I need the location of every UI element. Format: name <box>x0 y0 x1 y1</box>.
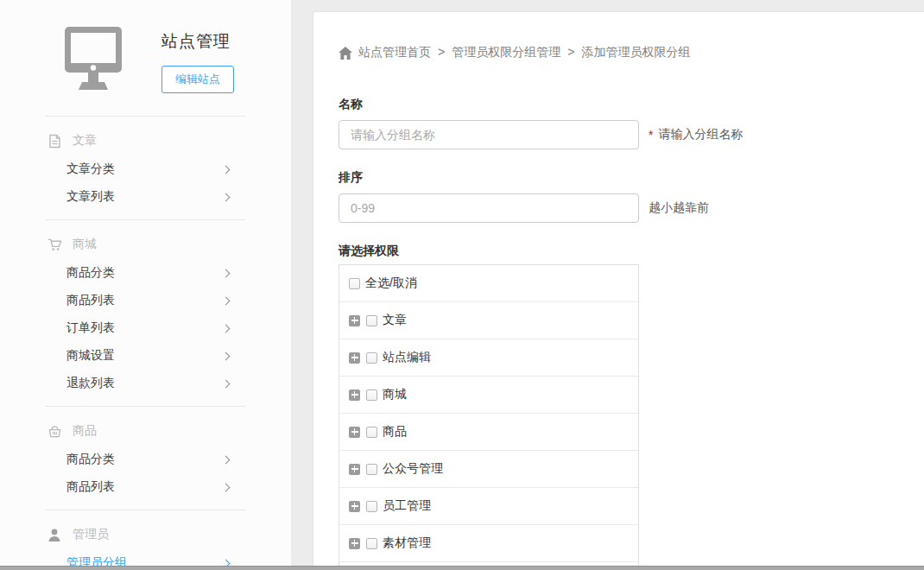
select-all-checkbox[interactable] <box>349 278 360 289</box>
sidebar-item-label: 文章列表 <box>66 189 115 205</box>
expand-plus-icon[interactable] <box>349 501 360 512</box>
permission-row: 文章 <box>339 302 638 339</box>
site-logo-area: 站点管理 编辑站点 <box>0 0 291 93</box>
required-asterisk: * <box>649 128 653 142</box>
sidebar-item[interactable]: 文章分类 <box>0 155 229 183</box>
group-name-input[interactable] <box>339 120 639 149</box>
sort-field-note: 越小越靠前 <box>649 200 709 216</box>
breadcrumb-separator: > <box>438 45 445 59</box>
chevron-right-icon <box>222 269 231 278</box>
sidebar: 站点管理 编辑站点 文章文章分类文章列表商城商品分类商品列表订单列表商城设置退款… <box>0 0 291 570</box>
permission-checkbox[interactable] <box>366 464 377 475</box>
sidebar-item-label: 商品分类 <box>66 452 115 467</box>
sidebar-item-label: 商品分类 <box>66 265 115 281</box>
breadcrumb-separator: > <box>567 45 574 59</box>
name-field: 名称 * 请输入分组名称 <box>339 97 924 149</box>
monitor-icon <box>54 26 125 91</box>
cart-icon <box>47 238 62 252</box>
sidebar-section-label: 商城 <box>73 237 97 252</box>
chevron-right-icon <box>222 166 231 174</box>
permission-label: 公众号管理 <box>383 461 443 477</box>
breadcrumb-link: 添加管理员权限分组 <box>581 45 690 59</box>
sidebar-sections: 文章文章分类文章列表商城商品分类商品列表订单列表商城设置退款列表商品商品分类商品… <box>0 116 291 570</box>
select-all-row: 全选/取消 <box>339 265 638 302</box>
permission-label: 员工管理 <box>383 498 431 514</box>
breadcrumb-link[interactable]: 站点管理首页 <box>358 45 431 59</box>
expand-plus-icon[interactable] <box>349 427 360 438</box>
sidebar-item-label: 商品列表 <box>66 479 115 495</box>
permission-rows: 文章站点编辑商城商品公众号管理员工管理素材管理小程序管理 <box>339 302 638 570</box>
sidebar-item[interactable]: 商品分类 <box>0 446 229 473</box>
permission-row: 商城 <box>339 377 638 414</box>
name-field-label: 名称 <box>339 97 924 112</box>
sidebar-section-label: 商品 <box>73 423 97 439</box>
chevron-right-icon <box>222 193 231 202</box>
sidebar-section-header: 文章 <box>0 117 291 150</box>
chevron-right-icon <box>222 484 231 492</box>
sidebar-item[interactable]: 商品列表 <box>0 287 229 314</box>
permission-checkbox[interactable] <box>366 352 377 364</box>
permission-row: 商品 <box>339 414 638 451</box>
expand-plus-icon[interactable] <box>349 352 360 364</box>
permission-label: 素材管理 <box>383 535 431 551</box>
expand-plus-icon[interactable] <box>349 538 360 549</box>
site-title: 站点管理 <box>161 30 234 53</box>
sidebar-item[interactable]: 文章列表 <box>0 183 229 211</box>
chevron-right-icon <box>222 456 231 465</box>
sidebar-item[interactable]: 订单列表 <box>0 314 229 342</box>
permission-checkbox[interactable] <box>366 538 377 549</box>
permission-row: 员工管理 <box>339 488 638 525</box>
permission-table: 全选/取消 文章站点编辑商城商品公众号管理员工管理素材管理小程序管理 <box>339 264 639 570</box>
sidebar-item-label: 文章分类 <box>66 162 115 177</box>
sidebar-item[interactable]: 商品列表 <box>0 473 229 501</box>
basket-icon <box>47 424 62 439</box>
home-icon <box>339 47 352 60</box>
sidebar-section-header: 商城 <box>0 220 291 254</box>
sort-field-label: 排序 <box>339 170 924 186</box>
permission-row: 素材管理 <box>339 525 638 562</box>
sidebar-section-header: 商品 <box>0 407 291 440</box>
breadcrumb: 站点管理首页>管理员权限分组管理>添加管理员权限分组 <box>339 45 924 60</box>
sidebar-item[interactable]: 商品分类 <box>0 259 229 287</box>
permission-checkbox[interactable] <box>366 315 377 326</box>
permission-checkbox[interactable] <box>366 427 377 438</box>
main-panel: 站点管理首页>管理员权限分组管理>添加管理员权限分组 名称 * 请输入分组名称 … <box>313 11 924 570</box>
permission-label: 商品 <box>383 424 407 440</box>
sidebar-item-label: 订单列表 <box>66 320 115 336</box>
permission-row: 站点编辑 <box>339 339 638 377</box>
horizontal-scrollbar[interactable] <box>0 566 924 570</box>
permission-label: 文章 <box>383 313 407 328</box>
permission-row: 公众号管理 <box>339 451 638 488</box>
expand-plus-icon[interactable] <box>349 315 360 326</box>
select-all-label: 全选/取消 <box>365 276 417 291</box>
breadcrumb-items: 站点管理首页>管理员权限分组管理>添加管理员权限分组 <box>358 45 690 60</box>
expand-plus-icon[interactable] <box>349 464 360 475</box>
permission-checkbox[interactable] <box>366 501 377 512</box>
sidebar-section-header: 管理员 <box>0 510 291 544</box>
chevron-right-icon <box>222 380 231 389</box>
permission-label: 站点编辑 <box>383 350 431 365</box>
sidebar-item[interactable]: 退款列表 <box>0 370 229 397</box>
sidebar-item-label: 退款列表 <box>66 376 115 391</box>
admin-icon <box>47 528 62 542</box>
sort-order-input[interactable] <box>339 193 639 223</box>
sidebar-section-label: 文章 <box>73 133 97 149</box>
chevron-right-icon <box>222 325 231 333</box>
chevron-right-icon <box>222 297 231 306</box>
name-field-note: 请输入分组名称 <box>658 127 743 142</box>
chevron-right-icon <box>222 352 231 361</box>
permission-checkbox[interactable] <box>366 390 377 401</box>
sidebar-section-label: 管理员 <box>73 527 109 542</box>
permission-label: 商城 <box>383 387 407 402</box>
expand-plus-icon[interactable] <box>349 390 360 401</box>
article-icon <box>47 134 62 149</box>
breadcrumb-link[interactable]: 管理员权限分组管理 <box>452 45 560 59</box>
sort-field: 排序 越小越靠前 <box>339 170 924 223</box>
sidebar-item[interactable]: 商城设置 <box>0 342 229 370</box>
permissions-label: 请选择权限 <box>339 244 924 259</box>
edit-site-button[interactable]: 编辑站点 <box>161 66 234 93</box>
sidebar-item-label: 商品列表 <box>66 293 115 308</box>
sidebar-item-label: 商城设置 <box>66 348 115 364</box>
permissions-field: 请选择权限 全选/取消 文章站点编辑商城商品公众号管理员工管理素材管理小程序管理 <box>339 244 924 570</box>
